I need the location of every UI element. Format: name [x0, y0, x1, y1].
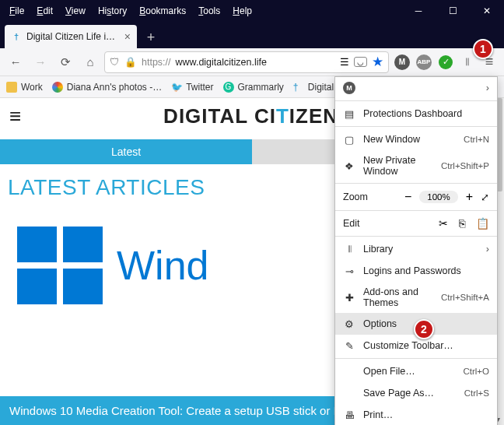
mask-icon: ❖ — [343, 160, 355, 172]
tab-close-icon[interactable]: × — [124, 30, 131, 43]
article-title-band[interactable]: Windows 10 Media Creation Tool: Create a… — [0, 396, 337, 425]
print-icon: 🖶 — [343, 409, 355, 421]
bookmark-star-icon[interactable]: ★ — [372, 54, 383, 70]
url-host: www.digitalcitizen.life — [176, 57, 267, 68]
url-bar[interactable]: 🛡 🔒 https://www.digitalcitizen.life ☰ ◡ … — [104, 51, 389, 73]
zoom-in-button[interactable]: + — [466, 190, 473, 204]
menu-new-window[interactable]: ▢ New Window Ctrl+N — [335, 128, 497, 150]
home-button[interactable]: ⌂ — [79, 51, 101, 73]
window-icon: ▢ — [343, 134, 355, 146]
tab-strip: † Digital Citizen Life in a digital w × … — [0, 22, 504, 48]
menu-protections[interactable]: ▤ Protections Dashboard — [335, 103, 497, 125]
pocket-icon[interactable]: ◡ — [354, 57, 367, 67]
bookmark-work[interactable]: Work — [6, 82, 43, 93]
menu-edit: Edit ✂ ⎘ 📋 — [335, 212, 497, 234]
menu-customize[interactable]: ✎ Customize Toolbar… — [335, 335, 497, 357]
paste-icon[interactable]: 📋 — [476, 217, 489, 230]
menu-file[interactable]: File — [5, 3, 29, 19]
puzzle-icon: ✚ — [343, 292, 355, 304]
cut-icon[interactable]: ✂ — [439, 217, 448, 230]
shield-icon[interactable]: 🛡 — [110, 57, 120, 68]
menu-open-file[interactable]: Open File… Ctrl+O — [335, 360, 497, 382]
bookmark-twitter[interactable]: 🐦Twitter — [171, 82, 213, 93]
url-scheme: https:// — [142, 57, 171, 68]
forward-button[interactable]: → — [30, 51, 51, 73]
zoom-level[interactable]: 100% — [419, 191, 457, 203]
menu-view[interactable]: View — [61, 3, 90, 19]
menu-print[interactable]: 🖶 Print… — [335, 404, 497, 425]
menu-save-as[interactable]: Save Page As… Ctrl+S — [335, 382, 497, 404]
lock-icon[interactable]: 🔒 — [124, 56, 137, 68]
chevron-right-icon: › — [486, 83, 489, 93]
zoom-out-button[interactable]: − — [404, 190, 411, 204]
extension-m-icon[interactable]: M — [392, 52, 412, 72]
dashboard-icon: ▤ — [343, 108, 355, 120]
menu-items: File Edit View History Bookmarks Tools H… — [0, 3, 257, 19]
bookmark-grammarly[interactable]: GGrammarly — [223, 82, 284, 93]
favicon-icon: † — [11, 31, 22, 42]
browser-tab[interactable]: † Digital Citizen Life in a digital w × — [5, 25, 137, 48]
windows-logo-icon — [17, 227, 103, 304]
minimize-button[interactable]: ─ — [401, 0, 436, 22]
app-menu-panel: M › ▤ Protections Dashboard ▢ New Window… — [334, 76, 498, 425]
menu-private-window[interactable]: ❖ New Private Window Ctrl+Shift+P — [335, 150, 497, 181]
new-tab-button[interactable]: + — [140, 26, 162, 48]
library-icon: ⦀ — [343, 243, 355, 255]
menu-bookmarks[interactable]: Bookmarks — [135, 3, 191, 19]
navbar: ← → ⟳ ⌂ 🛡 🔒 https://www.digitalcitizen.l… — [0, 48, 504, 76]
article-image-text: Wind — [117, 242, 208, 289]
maximize-button[interactable]: ☐ — [436, 0, 470, 22]
menu-history[interactable]: History — [93, 3, 131, 19]
menu-logins[interactable]: ⊸ Logins and Passwords — [335, 260, 497, 282]
reload-button[interactable]: ⟳ — [54, 51, 76, 73]
menu-zoom: Zoom − 100% + ⤢ — [335, 185, 497, 209]
fullscreen-icon[interactable]: ⤢ — [481, 191, 489, 203]
site-logo: DIGITAL CITIZEN — [163, 104, 362, 128]
menu-addons[interactable]: ✚ Add-ons and Themes Ctrl+Shift+A — [335, 282, 497, 313]
menu-library[interactable]: ⦀ Library › — [335, 238, 497, 260]
site-tab-latest[interactable]: Latest — [0, 139, 252, 164]
copy-icon[interactable]: ⎘ — [459, 217, 465, 230]
extension-check-icon[interactable]: ✓ — [436, 52, 456, 72]
site-menu-icon[interactable]: ≡ — [9, 104, 21, 128]
back-button[interactable]: ← — [5, 51, 26, 73]
callout-1: 1 — [473, 39, 493, 59]
brush-icon: ✎ — [343, 340, 355, 352]
menu-edit[interactable]: Edit — [32, 3, 58, 19]
extension-abp-icon[interactable]: ABP — [414, 52, 434, 72]
key-icon: ⊸ — [343, 265, 355, 277]
menu-tools[interactable]: Tools — [194, 3, 225, 19]
menubar: File Edit View History Bookmarks Tools H… — [0, 0, 504, 22]
menu-help[interactable]: Help — [228, 3, 257, 19]
tab-title: Digital Citizen Life in a digital w — [26, 31, 120, 42]
chevron-right-icon: › — [486, 244, 489, 255]
reader-icon[interactable]: ☰ — [340, 56, 349, 68]
close-button[interactable]: ✕ — [470, 0, 504, 22]
menu-account[interactable]: M › — [335, 77, 497, 99]
callout-2: 2 — [414, 319, 434, 339]
window-controls: ─ ☐ ✕ — [401, 0, 504, 22]
bookmark-photos[interactable]: Diana Ann's photos -… — [52, 82, 162, 93]
gear-icon: ⚙ — [343, 318, 355, 330]
